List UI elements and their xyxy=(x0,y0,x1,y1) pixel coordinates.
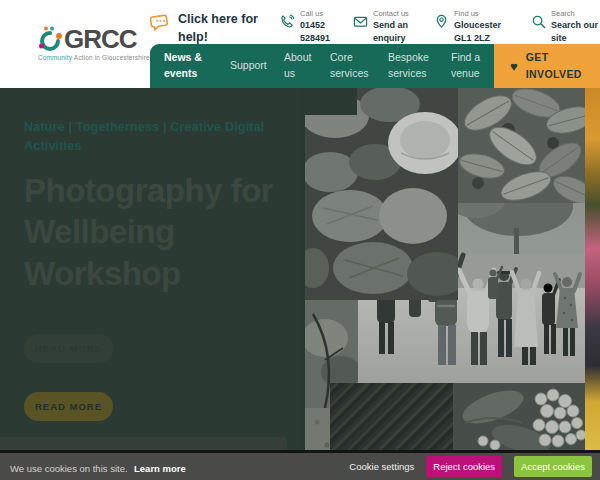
nav-item-news-events[interactable]: News & events xyxy=(164,50,222,82)
contact-value: Search our site xyxy=(551,19,600,45)
color-strip xyxy=(585,88,600,453)
heart-icon: ♥ xyxy=(510,60,518,73)
contact-label: Call us xyxy=(300,9,340,18)
accept-cookies-button[interactable]: Accept cookies xyxy=(514,456,592,477)
help-label: Click here for help! xyxy=(178,10,260,46)
main-navigation: News & events Support About us Core serv… xyxy=(150,44,600,88)
learn-more-link[interactable]: Learn more xyxy=(134,463,186,474)
hero-section: Nature | Togetherness | Creative Digital… xyxy=(0,88,600,453)
reject-cookies-button[interactable]: Reject cookies xyxy=(426,456,502,477)
cookie-consent-bar: We use cookies on this site. Learn more … xyxy=(0,450,600,480)
location-pin-icon xyxy=(434,14,449,29)
leaves-photo-tile xyxy=(458,88,585,203)
hero-eyebrow: Nature | Togetherness | Creative Digital… xyxy=(24,118,266,157)
contact-strip: Call us 01452 528491 Contact us Send an … xyxy=(280,9,600,45)
nav-item-support[interactable]: Support xyxy=(230,58,276,74)
logo-tagline: Community Action in Gloucestershire xyxy=(38,54,148,61)
collage-corner-mask xyxy=(300,88,357,115)
grcc-logo-icon xyxy=(38,26,62,52)
mushrooms-photo-tile xyxy=(305,88,458,300)
logo-wordmark: GRCC xyxy=(64,26,137,52)
grcc-homepage: GRCC Community Action in Gloucestershire… xyxy=(0,0,600,480)
contact-label: Find us xyxy=(454,9,518,18)
help-link[interactable]: Click here for help! xyxy=(150,10,260,46)
pine-foliage-photo-tile xyxy=(330,383,453,453)
hero-bottom-band xyxy=(0,437,287,450)
read-more-button[interactable]: READ MORE xyxy=(24,392,113,421)
nav-item-about-us[interactable]: About us xyxy=(284,50,322,82)
berries-photo-tile xyxy=(453,383,585,453)
site-search[interactable]: Search Search our site xyxy=(531,9,600,45)
contact-enquiry[interactable]: Contact us Send an enquiry xyxy=(353,9,421,45)
nav-item-core-services[interactable]: Core services xyxy=(330,50,380,82)
contact-label: Contact us xyxy=(373,9,421,18)
search-icon xyxy=(531,14,546,29)
contact-call-us[interactable]: Call us 01452 528491 xyxy=(280,9,340,45)
get-involved-button[interactable]: ♥ GET INVOLVED xyxy=(494,44,600,88)
nav-item-bespoke-services[interactable]: Bespoke services xyxy=(388,50,443,82)
chat-bubble-icon xyxy=(150,12,170,32)
contact-value: Send an enquiry xyxy=(373,19,421,45)
hero-photo-collage xyxy=(300,88,600,453)
contact-value: Gloucester GL1 2LZ xyxy=(454,19,518,45)
envelope-icon xyxy=(353,14,368,29)
read-more-button-faded[interactable]: READ MORE xyxy=(24,334,113,363)
get-involved-label: GET INVOLVED xyxy=(526,49,582,83)
phone-icon xyxy=(280,14,295,29)
cookie-settings-link[interactable]: Cookie settings xyxy=(349,461,414,472)
contact-value: 01452 528491 xyxy=(300,19,340,45)
hero-title: Photography for Wellbeing Workshop xyxy=(24,170,286,294)
contact-find-us[interactable]: Find us Gloucester GL1 2LZ xyxy=(434,9,518,45)
nav-item-find-a-venue[interactable]: Find a venue xyxy=(451,50,493,82)
cookie-message: We use cookies on this site. xyxy=(10,463,128,474)
contact-label: Search xyxy=(551,9,600,18)
grcc-logo[interactable]: GRCC Community Action in Gloucestershire xyxy=(38,26,148,61)
